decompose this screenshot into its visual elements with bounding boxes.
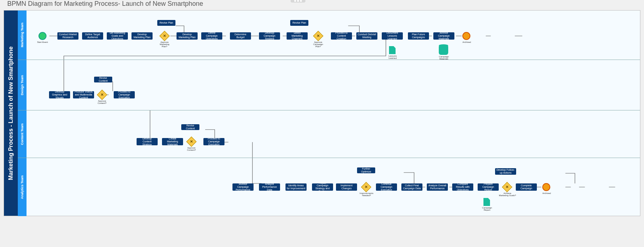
task-revise-content[interactable]: Revise Content: [181, 124, 199, 130]
task-define-campaign-objectives[interactable]: Define Campaign Objectives: [201, 32, 222, 40]
task-develop-content-strategy[interactable]: Develop Content Strategy: [137, 138, 158, 145]
task-select-marketing-channels[interactable]: Select Marketing Channels: [287, 32, 308, 40]
task-compare-results-with-objectives[interactable]: Compare Results with Objectives: [452, 183, 473, 191]
gateway-achieve-marketing-goals[interactable]: [502, 182, 512, 192]
task-conduct-market-research[interactable]: Conduct Market Research: [57, 32, 78, 40]
gateway-label-design: Approve Content?: [95, 100, 109, 104]
task-revise-plan-2[interactable]: Revise Plan: [290, 20, 308, 26]
task-collect-final-campaign-data[interactable]: Collect Final Campaign Data: [401, 183, 422, 191]
end-event-analytics[interactable]: [542, 183, 550, 191]
data-object-campaign-report-label: Campaign Report: [480, 207, 494, 211]
task-adjust-campaign-strategy[interactable]: Adjust Campaign Strategy and Tactics: [312, 183, 333, 191]
task-monitor-campaign-performance[interactable]: Monitor Campaign Performance: [232, 183, 254, 191]
task-proceed-to-content-creation[interactable]: Proceed to Content Creation: [331, 32, 352, 40]
end-event-label-marketing: Archived: [459, 41, 474, 43]
lane-body-design[interactable]: Develop Graphics and Visuals Produce Vid…: [27, 60, 640, 110]
dot-icon: [297, 0, 299, 2]
task-identify-areas-for-improvement[interactable]: Identify Areas for Improvement: [285, 183, 307, 191]
task-complete-campaign[interactable]: Complete Campaign: [516, 183, 537, 191]
task-further-optimize[interactable]: Further Optimize: [357, 167, 375, 173]
task-produce-videos[interactable]: Produce Videos and Multimedia Content: [73, 91, 94, 98]
lane-label-design: Design Team: [18, 60, 27, 110]
lane-label-content: Content Team: [18, 110, 27, 158]
data-object-campaign-report[interactable]: [483, 198, 490, 206]
lane-label-analytics: Analytics Team: [18, 158, 27, 216]
task-create-marketing-materials[interactable]: Create Marketing Materials: [162, 138, 183, 145]
end-event-marketing[interactable]: [462, 32, 470, 40]
lane-body-content[interactable]: Develop Content Strategy Create Marketin…: [27, 110, 640, 158]
lane-design: Design Team Develop Graphics and Visuals…: [18, 60, 640, 110]
dot-icon: [300, 0, 302, 2]
task-develop-campaign-timeline[interactable]: Develop Campaign Timeline: [259, 32, 280, 40]
gateway-label-improvements: Improvements Needed?: [358, 192, 375, 197]
gateway-approve-design-content[interactable]: [97, 90, 107, 100]
lane-body-analytics[interactable]: Monitor Campaign Performance Analyze Per…: [27, 158, 640, 216]
gateway-label-2: Approve Campaign Plan?: [311, 41, 325, 48]
task-analyze-overall-performance[interactable]: Analyze Overall Performance: [427, 183, 448, 191]
data-object-lessons[interactable]: [389, 46, 396, 54]
task-determine-budget[interactable]: Determine Budget: [230, 32, 251, 40]
task-develop-marketing-plan-2[interactable]: Develop Marketing Plan: [177, 32, 198, 40]
task-develop-graphics[interactable]: Develop Graphics and Visuals: [49, 91, 70, 98]
task-revise-plan-1[interactable]: Revise Plan: [157, 20, 175, 26]
lane-label-marketing: Marketing Team: [18, 11, 27, 60]
end-event-label-analytics: Archived: [539, 192, 554, 194]
lane-analytics: Analytics Team: [18, 158, 640, 216]
data-object-lessons-label: Lessons Learned: [385, 55, 400, 59]
start-event-label: Start Event: [35, 41, 50, 43]
task-document-lessons-learned[interactable]: Document Lessons Learned: [382, 32, 403, 40]
task-continue-campaign-execution[interactable]: Continue Campaign Execution: [376, 183, 397, 191]
lane-content: Content Team Develop Content Strategy Cr…: [18, 110, 640, 158]
flow-lines: [27, 110, 640, 158]
pool-label: Marketing Process - Launch of New Smartp…: [4, 11, 18, 216]
flow-lines: [27, 60, 640, 110]
task-implement-changes[interactable]: Implement Changes: [336, 183, 357, 191]
task-conduct-debrief-meeting[interactable]: Conduct Debrief Meeting: [356, 32, 377, 40]
task-proceed-to-campaign-execution-content[interactable]: Proceed to Campaign Execution: [203, 138, 224, 145]
gateway-approve-campaign-plan[interactable]: [313, 31, 323, 41]
more-options-button[interactable]: [291, 0, 305, 3]
page-header: BPMN Diagram for Marketing Process- Laun…: [0, 0, 644, 7]
lane-body-marketing[interactable]: Start Event Conduct Market Research Defi…: [27, 11, 640, 60]
start-event[interactable]: [39, 32, 46, 40]
data-store-materials-label: Campaign Materials: [436, 56, 451, 60]
credit-text: [0, 216, 644, 218]
lanes-container: Marketing Team: [18, 11, 640, 216]
data-store-materials[interactable]: [439, 45, 448, 55]
task-prepare-campaign-report[interactable]: Prepare Campaign Report: [478, 183, 499, 191]
task-develop-followup-actions[interactable]: Develop Follow-up Actions: [495, 168, 516, 175]
dot-icon: [294, 0, 296, 2]
task-proceed-to-campaign-execution-design[interactable]: Proceed to Campaign Execution: [114, 91, 135, 98]
gateway-improvements-needed[interactable]: [361, 182, 371, 192]
task-archive-campaign-materials[interactable]: Archive Campaign Materials: [433, 32, 454, 40]
task-set-marketing-goals[interactable]: Set Marketing Goals and Objectives: [107, 32, 128, 40]
task-analyze-performance-data[interactable]: Analyze Performance Data: [259, 183, 280, 191]
gateway-label-content: Approve Content?: [184, 147, 199, 151]
task-define-target-audience[interactable]: Define Target Audience: [82, 32, 103, 40]
gateway-approve-content[interactable]: [186, 137, 197, 147]
gateway-label-goals: Achieve Marketing Goals?: [499, 192, 516, 197]
task-plan-future-campaigns[interactable]: Plan Future Campaigns: [408, 32, 429, 40]
gateway-approve-marketing-plan[interactable]: [159, 31, 170, 41]
gateway-label-1: Approve Marketing Plan?: [157, 41, 172, 48]
lane-marketing: Marketing Team: [18, 11, 640, 60]
diagram-container: Marketing Process - Launch of New Smartp…: [4, 10, 640, 216]
task-develop-marketing-plan[interactable]: Develop Marketing Plan: [131, 32, 153, 40]
page-title: BPMN Diagram for Marketing Process- Laun…: [7, 0, 203, 8]
task-revise-design-content[interactable]: Revise Content: [94, 77, 112, 82]
bpmn-pool: Marketing Process - Launch of New Smartp…: [4, 11, 640, 216]
